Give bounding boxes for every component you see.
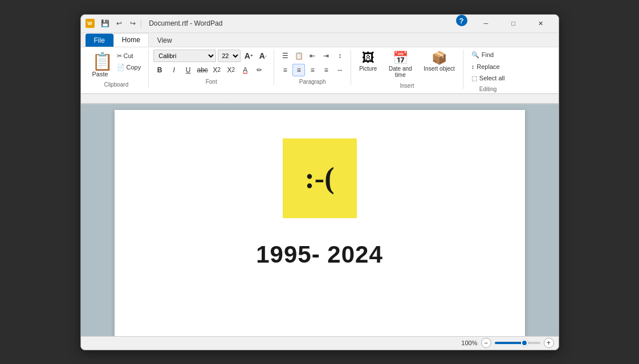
document-area: :-( 1995- 2024 bbox=[81, 104, 559, 336]
title-bar-left: W 💾 ↩ ↪ | Document.rtf - WordPad bbox=[86, 17, 223, 30]
image-content: :-( bbox=[305, 161, 335, 195]
underline-button[interactable]: U bbox=[182, 64, 194, 76]
tab-home[interactable]: Home bbox=[113, 33, 149, 47]
zoom-level: 100% bbox=[461, 340, 477, 346]
ruler-svg: // we'll draw tick marks via CSS-generat… bbox=[81, 94, 559, 104]
zoom-in-button[interactable]: + bbox=[544, 338, 554, 348]
font-group-label: Font bbox=[206, 79, 217, 85]
strikethrough-button[interactable]: abc bbox=[196, 64, 209, 76]
zoom-slider-track bbox=[495, 342, 522, 344]
select-all-label: Select all bbox=[479, 75, 505, 81]
datetime-button[interactable]: 📅 Date and time bbox=[382, 50, 418, 80]
paste-button[interactable]: 📋 Paste bbox=[89, 50, 112, 79]
zoom-slider-container bbox=[495, 342, 540, 344]
minimize-button[interactable]: ─ bbox=[473, 15, 499, 32]
direction-button[interactable]: ↔ bbox=[333, 64, 346, 76]
cut-button[interactable]: ✂ Cut bbox=[114, 51, 144, 62]
paragraph-content: ☰ 📋 ⇤ ⇥ ↕ ≡ ≡ ≡ ≡ ↔ bbox=[279, 50, 346, 76]
picture-icon: 🖼 bbox=[362, 52, 375, 64]
select-all-button[interactable]: ⬚ Select all bbox=[468, 73, 508, 84]
font-row1: Calibri 22 A+ A- bbox=[153, 50, 269, 62]
para-row2: ≡ ≡ ≡ ≡ ↔ bbox=[279, 64, 346, 76]
font-family-select[interactable]: Calibri bbox=[153, 50, 216, 62]
window-title: Document.rtf - WordPad bbox=[149, 19, 222, 27]
ruler: // we'll draw tick marks via CSS-generat… bbox=[81, 94, 559, 104]
document-main-text: 1995- 2024 bbox=[256, 241, 383, 268]
copy-button[interactable]: 📄 Copy bbox=[114, 62, 144, 73]
bold-button[interactable]: B bbox=[153, 64, 166, 76]
datetime-icon: 📅 bbox=[393, 52, 408, 64]
select-all-icon: ⬚ bbox=[471, 75, 477, 82]
save-quick-button[interactable]: 💾 bbox=[99, 17, 112, 30]
find-icon: 🔍 bbox=[471, 51, 479, 59]
replace-button[interactable]: ↕ Replace bbox=[468, 62, 503, 72]
window-controls: ? ─ □ ✕ bbox=[456, 15, 554, 32]
font-shrink-button[interactable]: A- bbox=[257, 50, 269, 62]
help-button[interactable]: ? bbox=[456, 15, 467, 26]
ribbon-tabs: File Home View bbox=[81, 33, 559, 47]
font-group: Calibri 22 A+ A- B I U abc X2 X2 A ✏ bbox=[149, 50, 274, 85]
line-spacing-button[interactable]: ↕ bbox=[333, 50, 346, 62]
zoom-slider-thumb bbox=[521, 340, 528, 346]
font-grow-button[interactable]: A+ bbox=[242, 50, 255, 62]
clipboard-group-label: Clipboard bbox=[104, 81, 128, 88]
picture-button[interactable]: 🖼 Picture bbox=[356, 50, 380, 74]
find-label: Find bbox=[482, 51, 494, 58]
font-content: Calibri 22 A+ A- B I U abc X2 X2 A ✏ bbox=[153, 50, 269, 76]
datetime-label: Date and time bbox=[386, 66, 414, 78]
close-button[interactable]: ✕ bbox=[528, 15, 554, 32]
find-button[interactable]: 🔍 Find bbox=[468, 50, 497, 60]
tab-view[interactable]: View bbox=[149, 34, 181, 47]
replace-icon: ↕ bbox=[471, 63, 475, 70]
align-center-button[interactable]: ≡ bbox=[292, 64, 305, 76]
paragraph-group: ☰ 📋 ⇤ ⇥ ↕ ≡ ≡ ≡ ≡ ↔ Paragraph bbox=[274, 50, 351, 85]
zoom-out-button[interactable]: − bbox=[481, 338, 491, 348]
redo-quick-button[interactable]: ↪ bbox=[127, 17, 139, 30]
superscript-button[interactable]: X2 bbox=[225, 64, 237, 76]
insert-group-label: Insert bbox=[400, 83, 414, 89]
paste-icon: 📋 bbox=[92, 51, 109, 69]
replace-label: Replace bbox=[477, 63, 499, 70]
paragraph-group-label: Paragraph bbox=[299, 79, 326, 85]
copy-icon: 📄 bbox=[117, 64, 125, 71]
font-row2: B I U abc X2 X2 A ✏ bbox=[153, 64, 266, 76]
editing-content: 🔍 Find ↕ Replace ⬚ Select all bbox=[468, 50, 508, 84]
cut-icon: ✂ bbox=[117, 52, 122, 60]
insert-object-button[interactable]: 📦 Insert object bbox=[420, 50, 458, 74]
numbering-button[interactable]: 📋 bbox=[292, 50, 305, 62]
wordpad-window: W 💾 ↩ ↪ | Document.rtf - WordPad ? ─ □ ✕… bbox=[80, 14, 559, 350]
zoom-slider[interactable] bbox=[495, 342, 540, 344]
justify-button[interactable]: ≡ bbox=[320, 64, 332, 76]
document-image: :-( bbox=[283, 138, 357, 218]
copy-label: Copy bbox=[127, 64, 141, 71]
para-row1: ☰ 📋 ⇤ ⇥ ↕ bbox=[279, 50, 346, 62]
undo-quick-button[interactable]: ↩ bbox=[113, 17, 125, 30]
highlight-button[interactable]: ✏ bbox=[253, 64, 266, 76]
tab-file[interactable]: File bbox=[86, 34, 113, 47]
editing-group-label: Editing bbox=[479, 86, 497, 92]
bullets-button[interactable]: ☰ bbox=[279, 50, 291, 62]
indent-decrease-button[interactable]: ⇤ bbox=[306, 50, 319, 62]
clipboard-group: 📋 Paste ✂ Cut 📄 Copy Clipboard bbox=[84, 50, 149, 88]
quick-access-toolbar: 💾 ↩ ↪ | bbox=[99, 17, 143, 30]
ribbon: 📋 Paste ✂ Cut 📄 Copy Clipboard bbox=[81, 47, 559, 94]
picture-label: Picture bbox=[359, 66, 377, 72]
insert-group: 🖼 Picture 📅 Date and time 📦 Insert objec… bbox=[351, 50, 463, 89]
app-icon: W bbox=[86, 19, 95, 28]
indent-increase-button[interactable]: ⇥ bbox=[320, 50, 332, 62]
maximize-button[interactable]: □ bbox=[500, 15, 527, 32]
font-color-button[interactable]: A bbox=[239, 64, 251, 76]
align-left-button[interactable]: ≡ bbox=[279, 64, 291, 76]
document-page[interactable]: :-( 1995- 2024 bbox=[115, 110, 525, 336]
qa-separator: | bbox=[140, 19, 143, 28]
font-size-select[interactable]: 22 bbox=[218, 50, 241, 62]
cut-label: Cut bbox=[124, 52, 133, 59]
insert-content: 🖼 Picture 📅 Date and time 📦 Insert objec… bbox=[356, 50, 458, 80]
insert-object-icon: 📦 bbox=[432, 52, 447, 64]
align-right-button[interactable]: ≡ bbox=[306, 64, 319, 76]
italic-button[interactable]: I bbox=[168, 64, 180, 76]
editing-group: 🔍 Find ↕ Replace ⬚ Select all Editing bbox=[463, 50, 513, 92]
subscript-button[interactable]: X2 bbox=[210, 64, 223, 76]
clipboard-mini-buttons: ✂ Cut 📄 Copy bbox=[114, 51, 144, 73]
paste-label: Paste bbox=[92, 71, 108, 77]
